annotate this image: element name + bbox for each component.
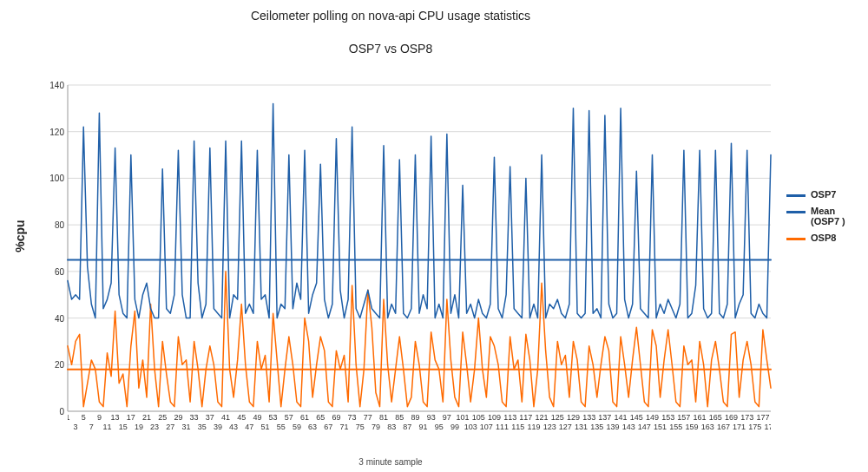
legend: OSP7 Mean (OSP7 ) OSP8 (786, 189, 863, 249)
legend-label-osp7: OSP7 (811, 189, 836, 200)
series-osp7 (68, 103, 771, 318)
legend-swatch-osp8 (786, 238, 806, 240)
chart-container: Ceilometer polling on nova-api CPU usage… (0, 0, 868, 472)
y-axis-label: %cpu (13, 220, 27, 252)
legend-swatch-mean (786, 211, 806, 213)
y-axis-ticks: 020406080100120140 (42, 85, 64, 411)
legend-label-mean: Mean (OSP7 ) (811, 206, 863, 227)
chart-subtitle: OSP7 vs OSP8 (0, 42, 781, 56)
legend-item-osp8: OSP8 (786, 233, 863, 244)
legend-swatch-osp7 (786, 194, 806, 197)
chart-title: Ceilometer polling on nova-api CPU usage… (0, 9, 781, 23)
legend-item-mean: Mean (OSP7 ) (786, 206, 863, 227)
legend-label-osp8: OSP8 (811, 233, 836, 244)
legend-item-osp7: OSP7 (786, 189, 863, 200)
plot-area (68, 85, 771, 411)
x-axis-label: 3 minute sample (0, 457, 781, 467)
x-axis-ticks: 1357911131517192123252729313335373941434… (68, 413, 771, 446)
